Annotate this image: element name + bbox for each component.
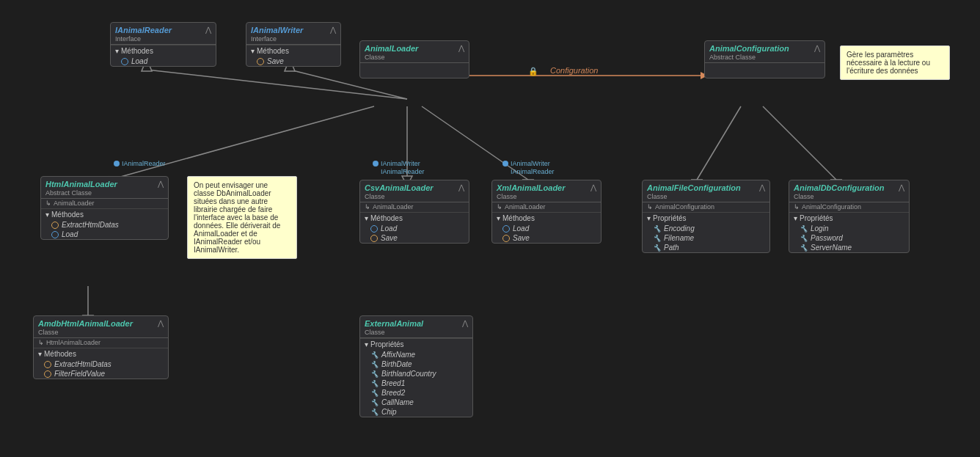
wrench-icon: 🔧 <box>653 244 661 252</box>
card-AnimalConfiguration[interactable]: AnimalConfiguration Abstract Classe ⋀ <box>704 40 825 78</box>
svg-line-10 <box>697 106 741 180</box>
card-IAnimalReader[interactable]: IAnimalReader Interface ⋀ ▾ Méthodes Loa… <box>110 22 216 67</box>
expand-icon[interactable]: ⋀ <box>759 183 765 191</box>
wrench-icon: 🔧 <box>370 380 379 387</box>
method-load: Load <box>492 224 601 233</box>
relation-label: Configuration <box>550 66 598 75</box>
card-parent: ↳ AnimalConfiguration <box>643 202 769 212</box>
methods-section: ▾ Méthodes <box>492 212 601 224</box>
expand-icon[interactable]: ⋀ <box>205 26 211 34</box>
note-dbanimalloader: On peut envisager une classe DbAnimalLoa… <box>187 176 297 259</box>
method-icon <box>121 58 128 65</box>
method-icon <box>502 235 510 242</box>
card-ExternalAnimal[interactable]: ExternalAnimal Classe ⋀ ▾ Propriétés 🔧 A… <box>359 315 473 417</box>
method-save: Save <box>360 233 469 243</box>
method-icon <box>51 231 59 238</box>
wrench-icon: 🔧 <box>800 244 808 252</box>
note-configuration: Gère les paramètres nécessaire à la lect… <box>840 45 950 80</box>
method-extracthtmldatas: ExtractHtmlDatas <box>41 220 168 230</box>
wrench-icon: 🔧 <box>370 409 379 416</box>
wrench-icon: 🔧 <box>370 399 379 406</box>
methods-section: ▾ Méthodes <box>34 348 168 359</box>
interface-dot-csv1 <box>373 161 379 167</box>
method-extracthtmldatas: ExtractHtmlDatas <box>34 359 168 369</box>
prop-password: 🔧 Password <box>789 233 909 243</box>
method-load: Load <box>41 230 168 239</box>
method-icon <box>502 225 510 233</box>
card-AnimalDbConfiguration[interactable]: AnimalDbConfiguration Classe ⋀ ↳ AnimalC… <box>789 180 910 253</box>
card-parent: ↳ AnimalLoader <box>492 202 601 212</box>
card-AmdbHtmlAnimalLoader[interactable]: AmdbHtmlAnimalLoader Classe ⋀ ↳ HtmlAnim… <box>33 315 169 379</box>
method-load: Load <box>360 224 469 233</box>
prop-breed1: 🔧 Breed1 <box>360 379 472 388</box>
expand-icon[interactable]: ⋀ <box>158 319 164 327</box>
properties-section: ▾ Propriétés <box>789 212 909 224</box>
expand-icon[interactable]: ⋀ <box>462 319 468 327</box>
card-parent: ↳ AnimalLoader <box>41 199 168 208</box>
wrench-icon: 🔧 <box>653 235 661 242</box>
card-HtmlAnimalLoader[interactable]: HtmlAnimalLoader Abstract Classe ⋀ ↳ Ani… <box>40 176 169 240</box>
expand-icon[interactable]: ⋀ <box>899 183 904 191</box>
interface-dot-xml1 <box>502 161 508 167</box>
prop-birthdate: 🔧 BirthDate <box>360 359 472 369</box>
card-IAnimalWriter[interactable]: IAnimalWriter Interface ⋀ ▾ Méthodes Sav… <box>246 22 341 67</box>
method-save: Save <box>246 56 340 66</box>
interface-labels-xml: IAnimalWriter IAnimalReader <box>502 160 555 175</box>
wrench-icon: 🔧 <box>370 361 379 368</box>
method-icon <box>51 222 59 229</box>
wrench-icon: 🔧 <box>653 225 661 233</box>
expand-icon[interactable]: ⋀ <box>330 26 336 34</box>
methods-section: ▾ Méthodes <box>360 212 469 224</box>
method-icon <box>44 361 51 368</box>
lock-icon: 🔒 <box>528 67 538 76</box>
method-load: Load <box>111 56 216 66</box>
prop-login: 🔧 Login <box>789 224 909 233</box>
diagram-canvas: IAnimalReader Interface ⋀ ▾ Méthodes Loa… <box>0 0 980 457</box>
methods-section: ▾ Méthodes <box>111 45 216 56</box>
wrench-icon: 🔧 <box>800 225 808 233</box>
wrench-icon: 🔧 <box>370 370 379 378</box>
card-CsvAnimalLoader[interactable]: CsvAnimalLoader Classe ⋀ ↳ AnimalLoader … <box>359 180 469 244</box>
wrench-icon: 🔧 <box>370 351 379 359</box>
interface-labels-csv: IAnimalWriter IAnimalReader <box>373 160 425 175</box>
expand-icon[interactable]: ⋀ <box>814 44 820 52</box>
method-filterfieldvalue: FilterFieldValue <box>34 369 168 379</box>
expand-icon[interactable]: ⋀ <box>458 183 464 191</box>
method-icon <box>44 370 51 378</box>
card-parent: ↳ HtmlAnimalLoader <box>34 338 168 348</box>
card-parent: ↳ AnimalConfiguration <box>789 202 909 212</box>
properties-section: ▾ Propriétés <box>360 338 472 350</box>
expand-icon[interactable]: ⋀ <box>158 180 164 188</box>
expand-icon[interactable]: ⋀ <box>458 44 464 52</box>
prop-encoding: 🔧 Encoding <box>643 224 769 233</box>
interface-label-html: IAnimalReader <box>114 160 166 167</box>
method-icon <box>257 58 264 65</box>
prop-birthlandcountry: 🔧 BirthlandCountry <box>360 369 472 379</box>
methods-section: ▾ Méthodes <box>41 208 168 220</box>
wrench-icon: 🔧 <box>800 235 808 242</box>
properties-section: ▾ Propriétés <box>643 212 769 224</box>
method-save: Save <box>492 233 601 243</box>
card-AnimalLoader[interactable]: AnimalLoader Classe ⋀ <box>359 40 469 78</box>
card-AnimalFileConfiguration[interactable]: AnimalFileConfiguration Classe ⋀ ↳ Anima… <box>642 180 770 253</box>
prop-callname: 🔧 CallName <box>360 398 472 407</box>
card-XmlAnimalLoader[interactable]: XmlAnimalLoader Classe ⋀ ↳ AnimalLoader … <box>491 180 601 244</box>
interface-dot <box>114 161 120 167</box>
prop-chip: 🔧 Chip <box>360 407 472 417</box>
prop-affixname: 🔧 AffixName <box>360 350 472 359</box>
wrench-icon: 🔧 <box>370 390 379 397</box>
svg-line-6 <box>110 106 374 180</box>
method-icon <box>370 225 378 233</box>
prop-breed2: 🔧 Breed2 <box>360 388 472 398</box>
methods-section: ▾ Méthodes <box>246 45 340 56</box>
prop-servername: 🔧 ServerName <box>789 243 909 252</box>
prop-filename: 🔧 Filename <box>643 233 769 243</box>
card-parent: ↳ AnimalLoader <box>360 202 469 212</box>
prop-path: 🔧 Path <box>643 243 769 252</box>
svg-line-12 <box>763 106 836 180</box>
expand-icon[interactable]: ⋀ <box>590 183 596 191</box>
method-icon <box>370 235 378 242</box>
